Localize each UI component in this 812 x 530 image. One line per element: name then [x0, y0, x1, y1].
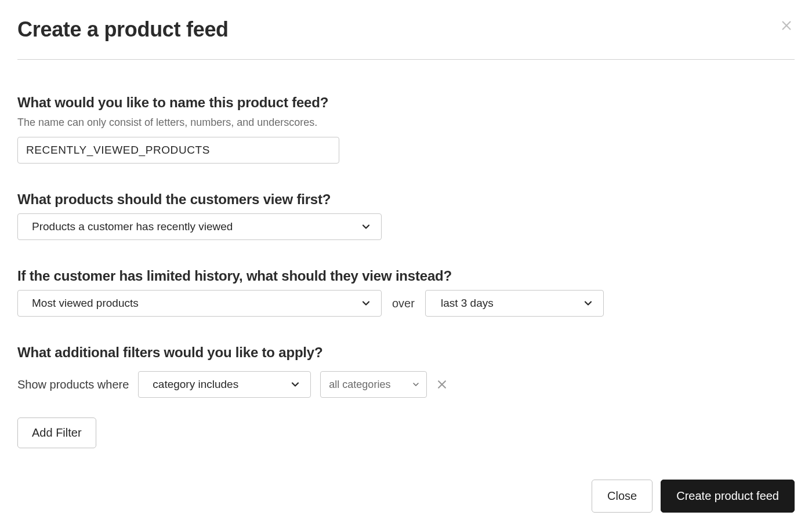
filters-question: What additional filters would you like t… — [17, 344, 795, 361]
create-product-feed-button[interactable]: Create product feed — [661, 480, 795, 513]
name-question: What would you like to name this product… — [17, 95, 795, 111]
dialog-header: Create a product feed — [17, 17, 795, 60]
dialog-title: Create a product feed — [17, 17, 229, 42]
show-products-where-label: Show products where — [17, 378, 129, 391]
feed-name-input[interactable] — [17, 137, 339, 164]
view-first-section: What products should the customers view … — [17, 191, 795, 240]
over-label: over — [392, 297, 415, 310]
close-icon — [436, 379, 448, 390]
fallback-period-selected: last 3 days — [441, 297, 494, 310]
close-icon — [780, 19, 793, 32]
filter-value-select[interactable]: all categories — [320, 371, 427, 398]
close-dialog-button[interactable] — [778, 17, 795, 34]
dialog-footer: Close Create product feed — [592, 480, 795, 513]
close-button[interactable]: Close — [592, 480, 652, 513]
filter-type-select[interactable]: category includes — [138, 371, 311, 398]
fallback-period-select[interactable]: last 3 days — [425, 290, 604, 317]
chevron-down-icon — [582, 297, 594, 309]
view-first-select[interactable]: Products a customer has recently viewed — [17, 213, 382, 240]
name-hint: The name can only consist of letters, nu… — [17, 117, 795, 129]
chevron-down-icon — [411, 380, 420, 389]
fallback-question: If the customer has limited history, wha… — [17, 268, 795, 284]
fallback-selected: Most viewed products — [32, 297, 139, 310]
view-first-selected: Products a customer has recently viewed — [32, 220, 233, 233]
chevron-down-icon — [289, 379, 301, 390]
fallback-section: If the customer has limited history, wha… — [17, 268, 795, 317]
add-filter-button[interactable]: Add Filter — [17, 418, 96, 448]
remove-filter-button[interactable] — [436, 379, 448, 390]
view-first-question: What products should the customers view … — [17, 191, 795, 208]
chevron-down-icon — [360, 221, 372, 233]
fallback-select[interactable]: Most viewed products — [17, 290, 382, 317]
chevron-down-icon — [360, 297, 372, 309]
filters-section: What additional filters would you like t… — [17, 344, 795, 448]
name-section: What would you like to name this product… — [17, 95, 795, 164]
filter-type-selected: category includes — [153, 378, 238, 391]
filter-value-selected: all categories — [329, 379, 390, 391]
